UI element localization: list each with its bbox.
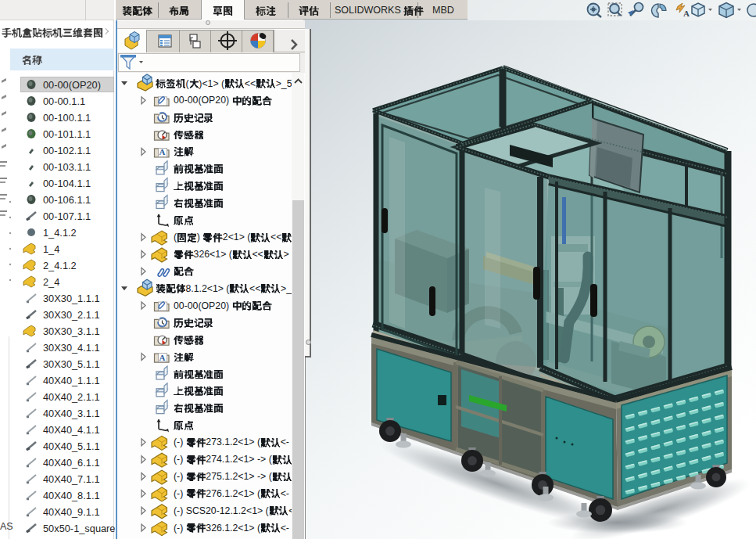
svg-text:A: A [683,9,690,18]
svg-text:A: A [159,353,166,362]
svg-text:A: A [159,147,166,156]
